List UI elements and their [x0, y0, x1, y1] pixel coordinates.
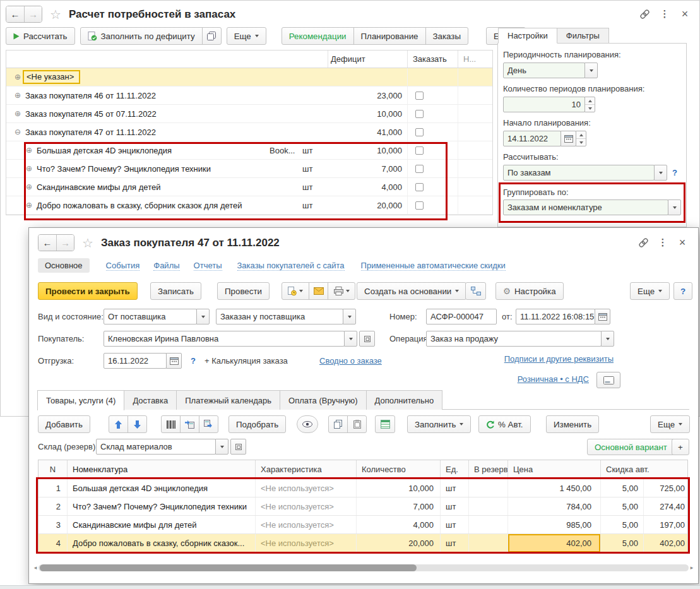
grid-row-order-46[interactable]: ⊕ Заказ покупателя 46 от 11.11.2022 23,0…: [6, 86, 492, 105]
order-checkbox[interactable]: [415, 92, 424, 100]
calculate-button[interactable]: Рассчитать: [6, 27, 75, 45]
collapse-icon[interactable]: ⊖: [13, 128, 23, 136]
load-from-terminal-button[interactable]: [180, 415, 199, 433]
help-icon[interactable]: ?: [672, 168, 677, 177]
doc-clock-button[interactable]: [282, 282, 309, 300]
expand-icon[interactable]: ⊕: [24, 201, 34, 210]
nav-events[interactable]: События: [106, 261, 140, 271]
grid-row-item-3[interactable]: ⊕ Скандинавские мифы для детей шт 4,000: [6, 178, 492, 196]
chevron-down-icon[interactable]: [584, 62, 598, 78]
move-up-button[interactable]: [109, 415, 128, 433]
item-row-2[interactable]: 2 Что? Зачем? Почему? Энциклопедия техни…: [39, 497, 687, 516]
tab-additional[interactable]: Дополнительно: [366, 390, 443, 410]
more-button[interactable]: Еще: [630, 282, 670, 300]
favorite-star-icon[interactable]: ☆: [82, 237, 93, 249]
nav-main[interactable]: Основное: [38, 258, 90, 273]
state-select[interactable]: Заказан у поставщика: [216, 309, 343, 324]
create-based-on-button[interactable]: Создать на основании: [357, 282, 466, 300]
grid-row-order-45[interactable]: ⊕ Заказ покупателя 45 от 07.11.2022 10,0…: [6, 105, 492, 123]
tab-goods-services[interactable]: Товары, услуги (4): [37, 390, 124, 410]
price-card-button[interactable]: [596, 372, 620, 388]
grid-row-item-2[interactable]: ⊕ Что? Зачем? Почему? Энциклопедия техни…: [6, 160, 492, 178]
grid-row-not-specified[interactable]: ⊕ <Не указан>: [6, 68, 492, 86]
kind-select[interactable]: От поставщика: [104, 309, 197, 324]
post-button[interactable]: Провести: [217, 282, 270, 300]
order-checkbox[interactable]: [415, 128, 424, 136]
operation-select[interactable]: Заказ на продажу: [426, 331, 602, 347]
toolbar-more-button[interactable]: Еще: [227, 27, 266, 45]
kebab-menu-icon[interactable]: ⋮: [658, 7, 672, 21]
chevron-down-icon[interactable]: [196, 309, 210, 324]
nav-auto-discounts[interactable]: Примененные автоматические скидки: [361, 261, 506, 271]
item-row-1[interactable]: 1 Большая детская 4D энциклопедия <Не ис…: [39, 479, 687, 497]
calendar-icon[interactable]: [561, 131, 576, 146]
warehouse-select[interactable]: Склад материалов: [96, 439, 216, 455]
favorite-star-icon[interactable]: ☆: [50, 8, 61, 21]
chevron-down-icon[interactable]: [668, 199, 681, 215]
horizontal-scrollbar[interactable]: ◂ ▸: [32, 562, 695, 573]
spinner[interactable]: [576, 131, 586, 146]
shipment-date-input[interactable]: 16.11.2022: [104, 353, 167, 369]
kebab-menu-icon[interactable]: ⋮: [656, 235, 670, 249]
fill-button[interactable]: Заполнить: [407, 415, 471, 433]
date-input[interactable]: 11.11.2022 16:08:15: [516, 309, 595, 324]
order-checkbox[interactable]: [415, 201, 424, 210]
post-and-close-button[interactable]: Провести и закрыть: [38, 282, 138, 300]
auto-discount-button[interactable]: % Авт.: [478, 415, 531, 433]
link-icon[interactable]: [638, 7, 651, 21]
order-calculation-group[interactable]: + Калькуляция заказа: [205, 356, 288, 366]
email-button[interactable]: [309, 282, 328, 300]
chevron-down-icon[interactable]: [601, 331, 614, 347]
barcode-scan-button[interactable]: [161, 415, 181, 433]
chevron-down-icon[interactable]: [344, 331, 357, 347]
copy-stack-icon-button[interactable]: [202, 27, 222, 45]
col-price[interactable]: Цена: [507, 460, 600, 479]
planning-start-input[interactable]: 14.11.2022: [503, 131, 561, 146]
print-button[interactable]: [328, 282, 355, 300]
subordination-structure-button[interactable]: [465, 282, 486, 300]
grid-row-item-4[interactable]: ⊕ Добро пожаловать в сказку, сборник ска…: [6, 196, 492, 215]
add-row-button[interactable]: Добавить: [38, 415, 90, 433]
col-reserve[interactable]: В резерв: [468, 460, 507, 479]
unload-to-terminal-button[interactable]: [199, 415, 218, 433]
edit-button[interactable]: Изменить: [546, 415, 599, 433]
expand-icon[interactable]: ⊕: [13, 109, 23, 118]
col-next-truncated[interactable]: Н...: [458, 51, 492, 68]
pick-items-button[interactable]: Подобрать: [228, 415, 286, 433]
signatures-details-link[interactable]: Подписи и другие реквизиты: [424, 354, 614, 364]
tab-delivery[interactable]: Доставка: [124, 390, 177, 410]
tab-recommendations[interactable]: Рекомендации: [282, 27, 354, 45]
chevron-down-icon[interactable]: [215, 439, 228, 455]
move-down-button[interactable]: [128, 415, 147, 433]
order-checkbox[interactable]: [415, 110, 424, 118]
spinner[interactable]: [584, 97, 595, 112]
settings-button[interactable]: ⚙ Настройка: [495, 282, 564, 300]
group-by-select[interactable]: Заказам и номенклатуре: [503, 199, 668, 215]
scrollbar-track[interactable]: [39, 564, 689, 571]
add-variant-button[interactable]: +: [672, 439, 689, 455]
col-unit[interactable]: Ед.: [440, 460, 468, 479]
tab-settings[interactable]: Настройки: [498, 28, 557, 44]
forward-button[interactable]: →: [24, 6, 42, 22]
paste-rows-button[interactable]: [347, 415, 367, 433]
col-deficit[interactable]: Дефицит: [328, 51, 389, 68]
help-icon[interactable]: ?: [191, 356, 196, 366]
periodicity-select[interactable]: День: [503, 62, 585, 78]
nav-files[interactable]: Файлы: [153, 261, 179, 271]
col-nomenclature[interactable]: Номенклатура: [67, 460, 255, 479]
col-characteristic[interactable]: Характеристика: [255, 460, 356, 479]
fill-by-deficit-button[interactable]: Заполнить по дефициту: [80, 27, 203, 45]
tab-orders[interactable]: Заказы: [425, 27, 469, 45]
calendar-icon[interactable]: [595, 309, 610, 324]
chevron-down-icon[interactable]: [343, 309, 356, 324]
number-input[interactable]: АСФР-000047: [426, 309, 497, 324]
col-n[interactable]: N: [39, 460, 67, 479]
order-checkbox[interactable]: [415, 183, 424, 191]
items-more-button[interactable]: Еще: [650, 415, 690, 433]
calc-mode-select[interactable]: По заказам: [503, 165, 655, 181]
order-summary-link[interactable]: Сводно о заказе: [319, 356, 382, 366]
close-icon[interactable]: ×: [678, 7, 692, 21]
order-checkbox[interactable]: [415, 146, 424, 155]
cell-price-active[interactable]: 402,00: [507, 534, 600, 552]
col-quantity[interactable]: Количество: [356, 460, 440, 479]
